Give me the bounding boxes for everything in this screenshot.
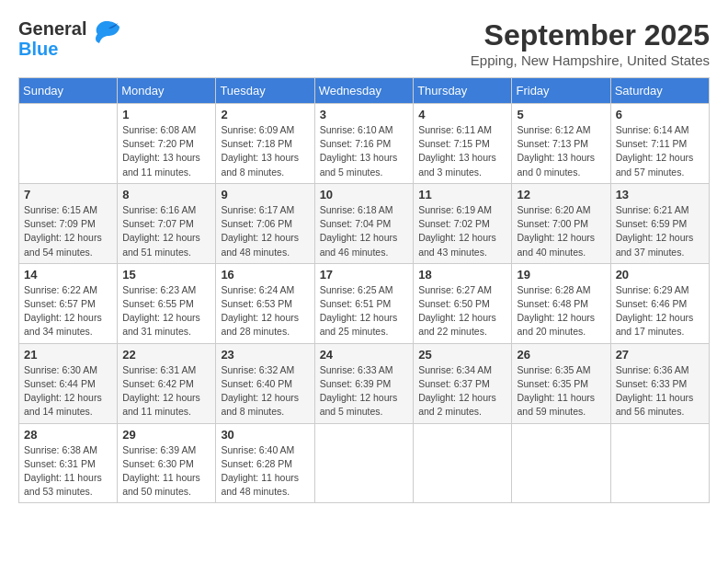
day-info: Sunrise: 6:33 AM Sunset: 6:39 PM Dayligh… [320, 363, 409, 419]
calendar-cell: 13Sunrise: 6:21 AM Sunset: 6:59 PM Dayli… [610, 183, 709, 263]
calendar-cell: 11Sunrise: 6:19 AM Sunset: 7:02 PM Dayli… [414, 183, 512, 263]
col-header-sunday: Sunday [19, 78, 118, 104]
logo-general: General [18, 18, 86, 39]
day-number: 15 [122, 268, 210, 282]
day-info: Sunrise: 6:28 AM Sunset: 6:48 PM Dayligh… [517, 283, 605, 339]
calendar-cell [610, 423, 709, 503]
day-info: Sunrise: 6:11 AM Sunset: 7:15 PM Dayligh… [418, 123, 506, 179]
day-number: 23 [221, 348, 309, 362]
calendar-cell: 28Sunrise: 6:38 AM Sunset: 6:31 PM Dayli… [19, 423, 118, 503]
day-info: Sunrise: 6:38 AM Sunset: 6:31 PM Dayligh… [24, 443, 112, 500]
calendar-cell: 1Sunrise: 6:08 AM Sunset: 7:20 PM Daylig… [118, 104, 216, 184]
day-info: Sunrise: 6:25 AM Sunset: 6:51 PM Dayligh… [320, 283, 409, 339]
day-number: 2 [221, 108, 309, 121]
logo-blue: Blue [18, 39, 86, 59]
calendar-cell: 16Sunrise: 6:24 AM Sunset: 6:53 PM Dayli… [216, 263, 314, 343]
calendar-week-2: 7Sunrise: 6:15 AM Sunset: 7:09 PM Daylig… [19, 183, 710, 263]
day-number: 19 [517, 268, 605, 282]
day-info: Sunrise: 6:35 AM Sunset: 6:35 PM Dayligh… [517, 363, 605, 419]
day-number: 29 [122, 428, 210, 442]
day-info: Sunrise: 6:32 AM Sunset: 6:40 PM Dayligh… [221, 363, 309, 419]
col-header-thursday: Thursday [414, 78, 512, 104]
day-info: Sunrise: 6:27 AM Sunset: 6:50 PM Dayligh… [418, 283, 506, 339]
day-info: Sunrise: 6:19 AM Sunset: 7:02 PM Dayligh… [418, 203, 506, 259]
calendar-cell: 8Sunrise: 6:16 AM Sunset: 7:07 PM Daylig… [118, 183, 216, 263]
calendar-cell: 30Sunrise: 6:40 AM Sunset: 6:28 PM Dayli… [216, 423, 314, 503]
calendar-cell: 21Sunrise: 6:30 AM Sunset: 6:44 PM Dayli… [19, 343, 118, 423]
calendar-cell: 22Sunrise: 6:31 AM Sunset: 6:42 PM Dayli… [118, 343, 216, 423]
page-header: General Blue September 2025 Epping, New … [18, 18, 710, 68]
day-number: 28 [24, 428, 112, 442]
day-number: 4 [418, 108, 506, 121]
day-number: 10 [320, 188, 409, 201]
day-info: Sunrise: 6:14 AM Sunset: 7:11 PM Dayligh… [616, 123, 704, 179]
day-number: 20 [616, 268, 704, 282]
month-title: September 2025 [471, 18, 710, 52]
day-info: Sunrise: 6:34 AM Sunset: 6:37 PM Dayligh… [418, 363, 506, 419]
day-number: 22 [122, 348, 210, 362]
calendar-cell: 2Sunrise: 6:09 AM Sunset: 7:18 PM Daylig… [216, 104, 314, 184]
calendar-cell [314, 423, 414, 503]
day-info: Sunrise: 6:20 AM Sunset: 7:00 PM Dayligh… [517, 203, 605, 259]
day-number: 24 [320, 348, 409, 362]
day-number: 17 [320, 268, 409, 282]
day-info: Sunrise: 6:30 AM Sunset: 6:44 PM Dayligh… [24, 363, 112, 419]
col-header-wednesday: Wednesday [314, 78, 414, 104]
day-info: Sunrise: 6:36 AM Sunset: 6:33 PM Dayligh… [616, 363, 704, 419]
calendar-cell [512, 423, 610, 503]
day-info: Sunrise: 6:12 AM Sunset: 7:13 PM Dayligh… [517, 123, 605, 179]
calendar-week-1: 1Sunrise: 6:08 AM Sunset: 7:20 PM Daylig… [19, 104, 710, 184]
day-number: 16 [221, 268, 309, 282]
calendar-cell: 14Sunrise: 6:22 AM Sunset: 6:57 PM Dayli… [19, 263, 118, 343]
day-number: 6 [616, 108, 704, 121]
day-info: Sunrise: 6:39 AM Sunset: 6:30 PM Dayligh… [122, 443, 210, 500]
calendar-cell: 18Sunrise: 6:27 AM Sunset: 6:50 PM Dayli… [414, 263, 512, 343]
calendar-cell: 29Sunrise: 6:39 AM Sunset: 6:30 PM Dayli… [118, 423, 216, 503]
day-info: Sunrise: 6:17 AM Sunset: 7:06 PM Dayligh… [221, 203, 309, 259]
calendar-cell: 7Sunrise: 6:15 AM Sunset: 7:09 PM Daylig… [19, 183, 118, 263]
calendar-cell: 23Sunrise: 6:32 AM Sunset: 6:40 PM Dayli… [216, 343, 314, 423]
day-info: Sunrise: 6:31 AM Sunset: 6:42 PM Dayligh… [122, 363, 210, 419]
col-header-monday: Monday [118, 78, 216, 104]
day-number: 27 [616, 348, 704, 362]
day-info: Sunrise: 6:24 AM Sunset: 6:53 PM Dayligh… [221, 283, 309, 339]
calendar-cell: 9Sunrise: 6:17 AM Sunset: 7:06 PM Daylig… [216, 183, 314, 263]
day-number: 9 [221, 188, 309, 201]
calendar-cell: 20Sunrise: 6:29 AM Sunset: 6:46 PM Dayli… [610, 263, 709, 343]
calendar-cell: 6Sunrise: 6:14 AM Sunset: 7:11 PM Daylig… [610, 104, 709, 184]
day-info: Sunrise: 6:08 AM Sunset: 7:20 PM Dayligh… [122, 123, 210, 179]
calendar-week-4: 21Sunrise: 6:30 AM Sunset: 6:44 PM Dayli… [19, 343, 710, 423]
day-info: Sunrise: 6:22 AM Sunset: 6:57 PM Dayligh… [24, 283, 112, 339]
calendar-cell: 25Sunrise: 6:34 AM Sunset: 6:37 PM Dayli… [414, 343, 512, 423]
col-header-tuesday: Tuesday [216, 78, 314, 104]
day-number: 11 [418, 188, 506, 201]
day-number: 1 [122, 108, 210, 121]
calendar-cell: 17Sunrise: 6:25 AM Sunset: 6:51 PM Dayli… [314, 263, 414, 343]
day-number: 21 [24, 348, 112, 362]
day-number: 3 [320, 108, 409, 121]
calendar-header-row: SundayMondayTuesdayWednesdayThursdayFrid… [19, 78, 710, 104]
calendar-week-5: 28Sunrise: 6:38 AM Sunset: 6:31 PM Dayli… [19, 423, 710, 503]
day-info: Sunrise: 6:16 AM Sunset: 7:07 PM Dayligh… [122, 203, 210, 259]
logo: General Blue [18, 18, 123, 59]
calendar-cell: 15Sunrise: 6:23 AM Sunset: 6:55 PM Dayli… [118, 263, 216, 343]
calendar-cell: 24Sunrise: 6:33 AM Sunset: 6:39 PM Dayli… [314, 343, 414, 423]
calendar-cell: 3Sunrise: 6:10 AM Sunset: 7:16 PM Daylig… [314, 104, 414, 184]
col-header-friday: Friday [512, 78, 610, 104]
day-number: 18 [418, 268, 506, 282]
day-info: Sunrise: 6:29 AM Sunset: 6:46 PM Dayligh… [616, 283, 704, 339]
day-number: 30 [221, 428, 309, 442]
day-number: 12 [517, 188, 605, 201]
calendar-table: SundayMondayTuesdayWednesdayThursdayFrid… [18, 77, 710, 503]
day-info: Sunrise: 6:15 AM Sunset: 7:09 PM Dayligh… [24, 203, 112, 259]
day-number: 7 [24, 188, 112, 201]
calendar-cell [414, 423, 512, 503]
day-info: Sunrise: 6:40 AM Sunset: 6:28 PM Dayligh… [221, 443, 309, 500]
day-info: Sunrise: 6:18 AM Sunset: 7:04 PM Dayligh… [320, 203, 409, 259]
day-number: 14 [24, 268, 112, 282]
calendar-cell: 10Sunrise: 6:18 AM Sunset: 7:04 PM Dayli… [314, 183, 414, 263]
day-number: 13 [616, 188, 704, 201]
day-number: 25 [418, 348, 506, 362]
day-number: 5 [517, 108, 605, 121]
day-info: Sunrise: 6:23 AM Sunset: 6:55 PM Dayligh… [122, 283, 210, 339]
